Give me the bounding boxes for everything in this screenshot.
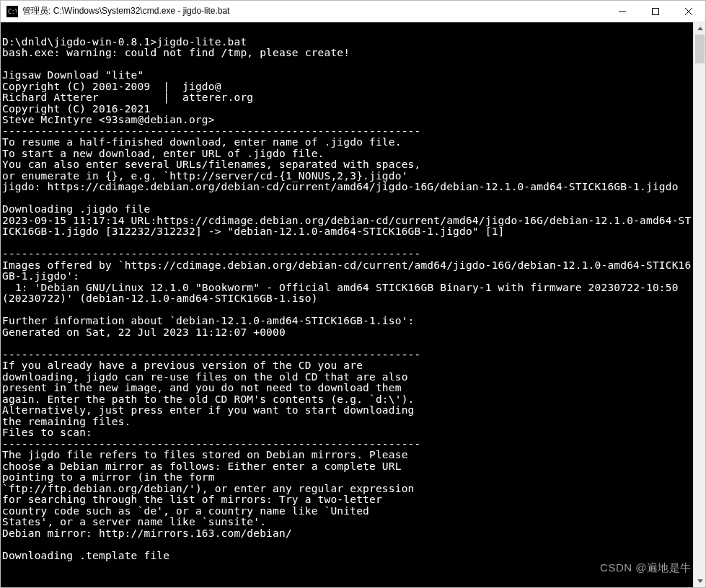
svg-marker-7 xyxy=(697,579,703,583)
svg-rect-3 xyxy=(653,8,659,14)
window-controls xyxy=(606,1,705,22)
scroll-up-arrow[interactable] xyxy=(694,22,705,35)
svg-text:C:\: C:\ xyxy=(8,9,17,15)
close-button[interactable] xyxy=(672,1,705,22)
vertical-scrollbar[interactable] xyxy=(693,22,705,587)
console-output[interactable]: D:\dnld\jigdo-win-0.8.1>jigdo-lite.bat b… xyxy=(1,22,693,587)
minimize-button[interactable] xyxy=(606,1,639,22)
window-title: 管理员: C:\Windows\System32\cmd.exe - jigdo… xyxy=(22,5,606,17)
svg-marker-6 xyxy=(697,27,703,30)
scroll-down-arrow[interactable] xyxy=(694,575,705,587)
cmd-icon: C:\ xyxy=(6,6,18,17)
cmd-window: C:\ 管理员: C:\Windows\System32\cmd.exe - j… xyxy=(0,0,706,588)
console-area: D:\dnld\jigdo-win-0.8.1>jigdo-lite.bat b… xyxy=(1,22,705,587)
maximize-button[interactable] xyxy=(639,1,672,22)
scroll-thumb[interactable] xyxy=(695,35,705,63)
titlebar[interactable]: C:\ 管理员: C:\Windows\System32\cmd.exe - j… xyxy=(1,1,705,22)
